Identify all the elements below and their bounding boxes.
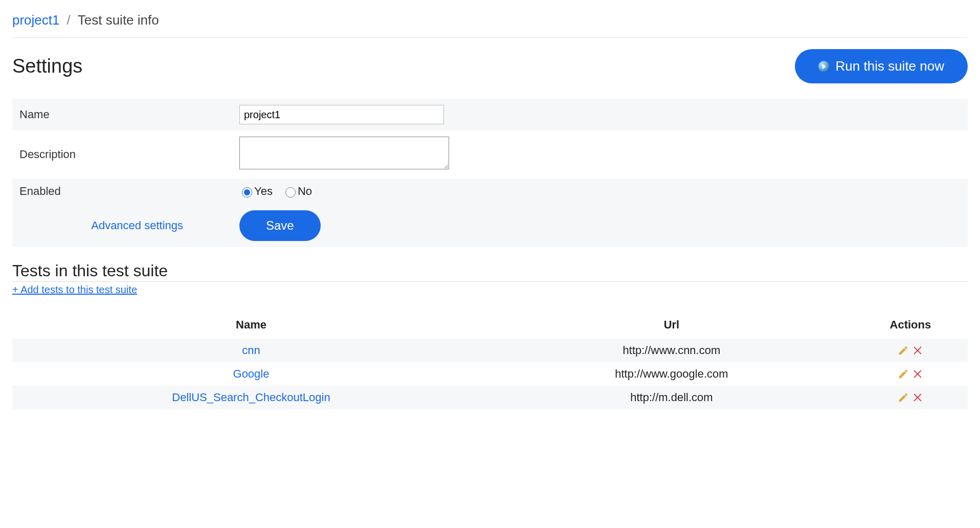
- name-label: Name: [19, 108, 239, 121]
- edit-icon[interactable]: [898, 392, 909, 403]
- table-row: DellUS_Search_CheckoutLoginhttp://m.dell…: [12, 386, 968, 409]
- run-suite-button[interactable]: Run this suite now: [795, 49, 968, 83]
- table-row: cnnhttp://www.cnn.com: [12, 339, 968, 362]
- description-textarea[interactable]: [239, 137, 449, 169]
- test-url-cell: http://m.dell.com: [490, 386, 853, 409]
- save-button[interactable]: Save: [239, 210, 321, 241]
- col-actions-header: Actions: [853, 311, 968, 339]
- col-name-header: Name: [12, 311, 490, 339]
- delete-icon[interactable]: [912, 392, 923, 403]
- description-label: Description: [19, 148, 239, 161]
- enabled-label: Enabled: [19, 185, 239, 198]
- enabled-no-label: No: [298, 185, 312, 198]
- enabled-no-radio[interactable]: [285, 187, 296, 197]
- breadcrumb: project1 / Test suite info: [12, 12, 968, 38]
- settings-form: Name Description Enabled Yes No Advanced…: [12, 99, 968, 247]
- test-url-cell: http://www.cnn.com: [490, 339, 853, 362]
- test-url-cell: http://www.google.com: [490, 362, 853, 386]
- tests-table: Name Url Actions cnnhttp://www.cnn.com G…: [12, 311, 968, 409]
- test-name-link[interactable]: cnn: [242, 344, 260, 357]
- delete-icon[interactable]: [912, 345, 923, 356]
- advanced-settings-link[interactable]: Advanced settings: [19, 219, 239, 232]
- edit-icon[interactable]: [898, 345, 909, 356]
- play-icon: [818, 61, 830, 72]
- breadcrumb-current: Test suite info: [78, 12, 159, 28]
- edit-icon[interactable]: [898, 368, 909, 380]
- enabled-yes-radio[interactable]: [242, 187, 252, 197]
- test-name-link[interactable]: Google: [233, 367, 270, 380]
- tests-heading: Tests in this test suite: [12, 261, 968, 282]
- page-title: Settings: [12, 55, 82, 77]
- delete-icon[interactable]: [912, 368, 923, 380]
- enabled-yes-label: Yes: [254, 185, 273, 198]
- breadcrumb-separator: /: [67, 12, 71, 28]
- table-row: Googlehttp://www.google.com: [12, 362, 968, 386]
- add-tests-link[interactable]: + Add tests to this test suite: [12, 284, 137, 296]
- test-name-link[interactable]: DellUS_Search_CheckoutLogin: [172, 391, 330, 404]
- run-suite-button-label: Run this suite now: [836, 58, 944, 74]
- breadcrumb-parent-link[interactable]: project1: [12, 12, 60, 28]
- col-url-header: Url: [490, 311, 853, 339]
- name-input[interactable]: [239, 105, 444, 124]
